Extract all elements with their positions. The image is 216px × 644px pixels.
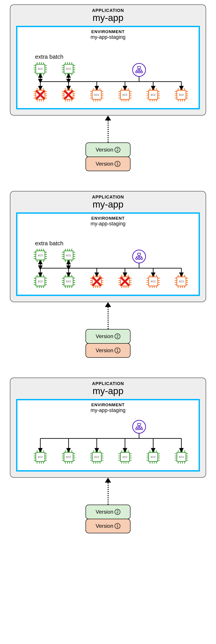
environment-panel: ENVIRONMENT my-app-staging extra batch (16, 212, 200, 296)
environment-label: ENVIRONMENT (23, 216, 193, 221)
ec2-label (64, 90, 73, 100)
version-stack: Version 2 Version 1 (85, 142, 131, 171)
ec2-label: EC2 (177, 276, 186, 286)
ec2-label: EC2 (35, 452, 45, 462)
ec2-instance (62, 88, 75, 102)
ec2-instance: EC2 (118, 88, 132, 102)
deployment-step-2: APPLICATION my-app ENVIRONMENT my-app-st… (4, 191, 212, 358)
application-panel: APPLICATION my-app ENVIRONMENT my-app-st… (10, 378, 206, 478)
svg-rect-62 (141, 428, 143, 430)
environment-name: my-app-staging (23, 34, 193, 40)
application-label: APPLICATION (16, 8, 200, 13)
svg-rect-40 (138, 258, 140, 260)
application-name: my-app (16, 12, 200, 23)
ec2-label: EC2 (120, 452, 130, 462)
version-2-box: Version 2 (85, 329, 131, 344)
ec2-instance: EC2 (118, 450, 132, 464)
ec2-instance: EC2 (175, 88, 188, 102)
ec2-label: EC2 (177, 452, 186, 462)
ec2-label: EC2 (64, 276, 73, 286)
ec2-instance: EC2 (90, 450, 103, 464)
svg-rect-10 (138, 66, 140, 69)
environment-panel: ENVIRONMENT my-app-staging (16, 399, 200, 472)
version-1-box: Version 1 (85, 519, 131, 533)
svg-rect-61 (138, 428, 140, 430)
ec2-instance: EC2 (90, 88, 103, 102)
ec2-label (35, 90, 45, 100)
ec2-instance: EC2 (147, 450, 160, 464)
ec2-instance: EC2 (147, 275, 160, 288)
ec2-label: EC2 (35, 250, 45, 260)
application-label: APPLICATION (16, 194, 200, 200)
environment-label: ENVIRONMENT (23, 29, 193, 34)
svg-rect-33 (138, 253, 140, 256)
deploy-arrow (105, 302, 111, 329)
ec2-instance: EC2 (34, 450, 47, 464)
environment-panel: ENVIRONMENT my-app-staging extra batch (16, 26, 200, 110)
ec2-instance: EC2 (175, 275, 188, 288)
ec2-label: EC2 (35, 64, 45, 74)
ec2-label: EC2 (92, 90, 102, 100)
ec2-label (120, 276, 130, 286)
version-label: Version (96, 509, 113, 515)
svg-rect-17 (138, 71, 140, 73)
svg-rect-16 (136, 71, 138, 73)
svg-rect-54 (138, 424, 140, 426)
version-number: 1 (115, 523, 120, 529)
version-1-box: Version 1 (85, 156, 131, 171)
deploy-arrow (105, 478, 111, 504)
ec2-instance: EC2 (62, 62, 75, 76)
ec2-instance: EC2 (34, 249, 47, 262)
ec2-label: EC2 (92, 452, 102, 462)
svg-rect-39 (136, 258, 138, 260)
version-stack: Version 2 Version 1 (85, 504, 131, 533)
ec2-instance (34, 88, 47, 102)
version-label: Version (96, 161, 113, 167)
version-number: 2 (115, 509, 120, 515)
version-label: Version (96, 523, 113, 529)
application-label: APPLICATION (16, 381, 200, 386)
version-label: Version (96, 333, 113, 340)
ec2-label: EC2 (177, 90, 186, 100)
svg-rect-18 (141, 71, 143, 73)
version-2-box: Version 2 (85, 142, 131, 157)
ec2-label: EC2 (64, 250, 73, 260)
deploy-arrow (105, 116, 111, 142)
deployment-step-3: APPLICATION my-app ENVIRONMENT my-app-st… (4, 378, 212, 533)
version-2-box: Version 2 (85, 504, 131, 519)
application-name: my-app (16, 386, 200, 396)
extra-batch-label: extra batch (35, 240, 63, 247)
ec2-instance: EC2 (34, 275, 47, 288)
ec2-label (92, 276, 102, 286)
version-number: 2 (115, 334, 120, 339)
ec2-instance: EC2 (62, 275, 75, 288)
ec2-label: EC2 (148, 90, 158, 100)
ec2-instance: EC2 (34, 62, 47, 76)
application-panel: APPLICATION my-app ENVIRONMENT my-app-st… (10, 4, 206, 116)
deployment-step-1: APPLICATION my-app ENVIRONMENT my-app-st… (4, 4, 212, 171)
application-name: my-app (16, 199, 200, 210)
application-panel: APPLICATION my-app ENVIRONMENT my-app-st… (10, 191, 206, 302)
version-label: Version (96, 347, 113, 354)
version-1-box: Version 1 (85, 343, 131, 358)
environment-name: my-app-staging (23, 221, 193, 227)
ec2-label: EC2 (64, 452, 73, 462)
load-balancer-icon (132, 420, 146, 434)
ec2-instance: EC2 (62, 450, 75, 464)
load-balancer-icon (132, 63, 146, 77)
ec2-label: EC2 (148, 276, 158, 286)
version-number: 1 (115, 348, 120, 353)
environment-label: ENVIRONMENT (23, 402, 193, 407)
ec2-label: EC2 (35, 276, 45, 286)
ec2-label: EC2 (120, 90, 130, 100)
ec2-instance: EC2 (175, 450, 188, 464)
environment-name: my-app-staging (23, 407, 193, 413)
svg-rect-60 (136, 428, 138, 430)
extra-batch-label: extra batch (35, 53, 63, 60)
version-label: Version (96, 147, 113, 153)
ec2-instance (90, 275, 103, 288)
ec2-instance (118, 275, 132, 288)
load-balancer-icon (132, 250, 146, 263)
version-number: 1 (115, 161, 120, 167)
svg-rect-41 (141, 258, 143, 260)
